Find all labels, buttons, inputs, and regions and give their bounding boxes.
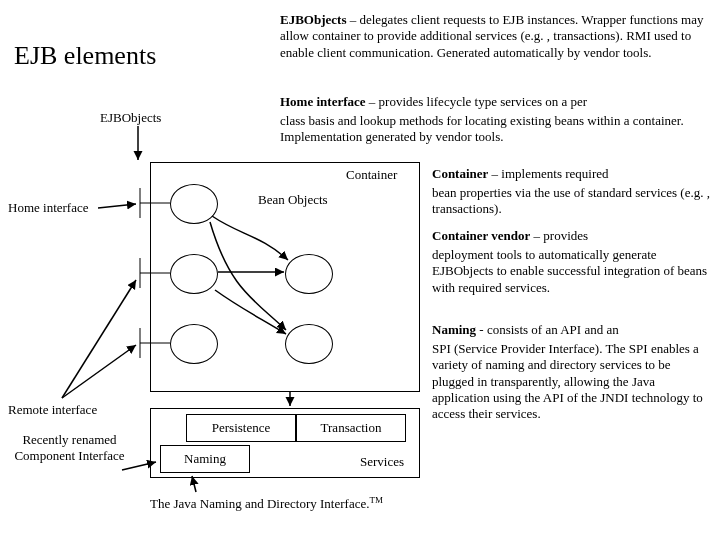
svg-line-8 bbox=[62, 280, 136, 398]
def-container-text: bean properties via the use of standard … bbox=[432, 185, 712, 218]
label-recently-renamed: Recently renamed Component Interface bbox=[12, 432, 127, 465]
label-ejbobjects: EJBObjects bbox=[100, 110, 161, 126]
label-persistence: Persistence bbox=[212, 420, 270, 435]
persistence-box: Persistence bbox=[186, 414, 296, 442]
ejbobject-ellipse-2 bbox=[170, 254, 218, 294]
ejbobject-ellipse-1 bbox=[170, 184, 218, 224]
svg-line-7 bbox=[98, 204, 136, 208]
label-services: Services bbox=[360, 454, 404, 470]
label-container: Container bbox=[346, 167, 397, 183]
def-container-vendor-lead: Container vendor – provides bbox=[432, 228, 712, 244]
def-home-interface-term: Home interface bbox=[280, 94, 366, 109]
label-remote-interface: Remote interface bbox=[8, 402, 97, 418]
svg-line-11 bbox=[192, 476, 196, 492]
bean-ellipse-2 bbox=[285, 324, 333, 364]
page-title: EJB elements bbox=[14, 40, 254, 73]
def-naming-lead: Naming - consists of an API and an bbox=[432, 322, 712, 338]
def-container-lead: Container – implements required bbox=[432, 166, 712, 182]
def-naming-term: Naming bbox=[432, 322, 476, 337]
transaction-box: Transaction bbox=[296, 414, 406, 442]
label-jndi: The Java Naming and Directory Interface.… bbox=[150, 495, 440, 513]
def-naming-text: SPI (Service Provider Interface). The SP… bbox=[432, 341, 712, 422]
ejbobject-ellipse-3 bbox=[170, 324, 218, 364]
def-naming-leadtext: - consists of an API and an bbox=[476, 322, 619, 337]
def-container-leadtext: – implements required bbox=[488, 166, 608, 181]
label-jndi-prefix: The Java Naming and Directory Interface. bbox=[150, 496, 369, 511]
def-home-interface-lead: Home interface – provides lifecycle type… bbox=[280, 94, 710, 110]
def-container-vendor-term: Container vendor bbox=[432, 228, 530, 243]
label-home-interface: Home interface bbox=[8, 200, 88, 216]
label-bean-objects: Bean Objects bbox=[258, 192, 328, 208]
label-jndi-tm: TM bbox=[369, 495, 383, 505]
def-container-vendor-leadtext: – provides bbox=[530, 228, 588, 243]
svg-line-9 bbox=[62, 345, 136, 398]
label-naming: Naming bbox=[184, 451, 226, 466]
def-container-vendor-text: deployment tools to automatically genera… bbox=[432, 247, 712, 296]
label-transaction: Transaction bbox=[321, 420, 382, 435]
def-container-term: Container bbox=[432, 166, 488, 181]
def-ejbobjects-term: EJBObjects bbox=[280, 12, 346, 27]
def-home-interface-leadtext: – provides lifecycle type services on a … bbox=[366, 94, 588, 109]
bean-ellipse-1 bbox=[285, 254, 333, 294]
def-ejbobjects: EJBObjects – delegates client requests t… bbox=[280, 12, 710, 61]
naming-box: Naming bbox=[160, 445, 250, 473]
def-home-interface-text: class basis and lookup methods for locat… bbox=[280, 113, 710, 146]
